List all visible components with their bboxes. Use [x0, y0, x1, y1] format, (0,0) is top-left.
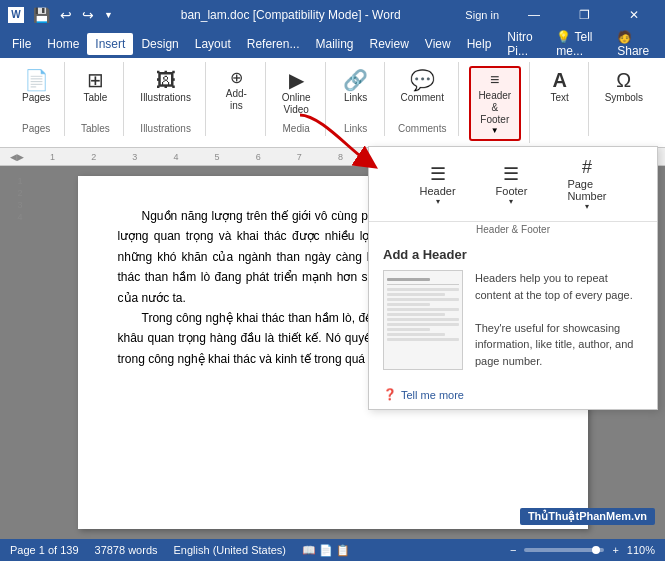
- links-button[interactable]: 🔗 Links: [336, 66, 376, 108]
- menu-file[interactable]: File: [4, 33, 39, 55]
- watermark: ThủThuậtPhanMem.vn: [520, 508, 655, 525]
- dropdown-header-row: ☰ Header ▾ ☰ Footer ▾ # PageNumber ▾: [369, 147, 657, 222]
- header-footer-arrow: ▼: [491, 126, 499, 135]
- comment-icon: 💬: [410, 70, 435, 90]
- language: English (United States): [174, 544, 287, 556]
- word-count: 37878 words: [95, 544, 158, 556]
- header-footer-icon: ≡: [490, 72, 499, 88]
- menu-bar: File Home Insert Design Layout Referen..…: [0, 30, 665, 58]
- menu-insert[interactable]: Insert: [87, 33, 133, 55]
- footer-dropdown-button[interactable]: ☰ Footer ▾: [486, 159, 538, 210]
- pages-button[interactable]: 📄 Pages: [16, 66, 56, 108]
- video-icon: ▶: [289, 70, 304, 90]
- comments-group-label: Comments: [398, 123, 446, 136]
- page-info: Page 1 of 139: [10, 544, 79, 556]
- addins-icon: ⊕: [230, 70, 243, 86]
- ribbon-group-symbols: Ω Symbols: [591, 62, 657, 136]
- quick-access-dropdown[interactable]: ▼: [101, 8, 116, 22]
- ribbon-group-tables: ⊞ Table Tables: [67, 62, 124, 136]
- menu-share[interactable]: 🧑 Share: [609, 26, 661, 62]
- text-icon: A: [552, 70, 566, 90]
- addins-button[interactable]: ⊕ Add-ins: [216, 66, 257, 116]
- links-group-label: Links: [344, 123, 367, 136]
- illustrations-group-label: Illustrations: [140, 123, 191, 136]
- save-button[interactable]: 💾: [30, 5, 53, 25]
- title-bar-left: W 💾 ↩ ↪ ▼: [8, 5, 116, 25]
- pages-group-label: Pages: [22, 123, 50, 136]
- text-button[interactable]: A Text: [540, 66, 580, 108]
- media-group-label: Media: [283, 123, 310, 136]
- menu-design[interactable]: Design: [133, 33, 186, 55]
- pages-icon: 📄: [24, 70, 49, 90]
- table-icon: ⊞: [87, 70, 104, 90]
- tables-group-label: Tables: [81, 123, 110, 136]
- header-footer-dropdown: ☰ Header ▾ ☰ Footer ▾ # PageNumber ▾ Hea…: [368, 146, 658, 410]
- menu-nitro[interactable]: Nitro Pi...: [499, 26, 550, 62]
- redo-button[interactable]: ↪: [79, 5, 97, 25]
- menu-references[interactable]: Referen...: [239, 33, 308, 55]
- footer-icon: ☰: [503, 163, 519, 185]
- illustrations-button[interactable]: 🖼 Illustrations: [134, 66, 197, 108]
- question-icon: ❓: [383, 388, 397, 401]
- status-left: Page 1 of 139 37878 words English (Unite…: [10, 544, 350, 557]
- menu-view[interactable]: View: [417, 33, 459, 55]
- zoom-in-button[interactable]: +: [612, 544, 618, 556]
- add-header-content: Headers help you to repeat content at th…: [383, 270, 643, 370]
- zoom-out-button[interactable]: −: [510, 544, 516, 556]
- ribbon-group-links: 🔗 Links Links: [328, 62, 385, 136]
- ribbon-group-illustrations: 🖼 Illustrations Illustrations: [126, 62, 206, 136]
- status-right: − + 110%: [510, 544, 655, 556]
- ribbon-group-addins: ⊕ Add-ins: [208, 62, 266, 136]
- view-icons: 📖 📄 📋: [302, 544, 350, 557]
- table-button[interactable]: ⊞ Table: [75, 66, 115, 108]
- ribbon-group-comments: 💬 Comment Comments: [387, 62, 459, 136]
- ribbon-group-text: A Text: [532, 62, 589, 136]
- quick-access-toolbar: 💾 ↩ ↪ ▼: [30, 5, 116, 25]
- ribbon-group-pages: 📄 Pages Pages: [8, 62, 65, 136]
- online-video-button[interactable]: ▶ OnlineVideo: [276, 66, 317, 120]
- document-title: ban_lam.doc [Compatibility Mode] - Word: [116, 8, 465, 22]
- menu-mailings[interactable]: Mailing: [307, 33, 361, 55]
- sign-in-button[interactable]: Sign in: [465, 9, 499, 21]
- hf-section-label: Header & Footer: [369, 222, 657, 237]
- word-icon: W: [8, 7, 24, 23]
- page-number-icon: #: [582, 157, 592, 178]
- header-footer-button[interactable]: ≡ Header &Footer ▼: [469, 66, 521, 141]
- symbols-button[interactable]: Ω Symbols: [599, 66, 649, 108]
- links-icon: 🔗: [343, 70, 368, 90]
- add-header-title: Add a Header: [383, 247, 643, 262]
- illustrations-icon: 🖼: [156, 70, 176, 90]
- zoom-level: 110%: [627, 544, 655, 556]
- ribbon: 📄 Pages Pages ⊞ Table Tables: [0, 58, 665, 148]
- status-bar: Page 1 of 139 37878 words English (Unite…: [0, 539, 665, 561]
- ribbon-group-header-footer: ≡ Header &Footer ▼: [461, 62, 530, 143]
- zoom-slider[interactable]: [524, 548, 604, 552]
- comment-button[interactable]: 💬 Comment: [395, 66, 450, 108]
- add-header-section: Add a Header: [369, 237, 657, 380]
- tell-me-more-link[interactable]: ❓ Tell me more: [369, 380, 657, 409]
- header-preview: [383, 270, 463, 370]
- ruler-left-margin: ◀▶: [10, 152, 24, 162]
- zoom-thumb: [592, 546, 600, 554]
- menu-home[interactable]: Home: [39, 33, 87, 55]
- vertical-ruler: 1234: [10, 176, 30, 222]
- tell-me-input[interactable]: 💡 Tell me...: [550, 30, 609, 58]
- undo-button[interactable]: ↩: [57, 5, 75, 25]
- menu-help[interactable]: Help: [459, 33, 500, 55]
- menu-layout[interactable]: Layout: [187, 33, 239, 55]
- title-bar: W 💾 ↩ ↪ ▼ ban_lam.doc [Compatibility Mod…: [0, 0, 665, 30]
- header-icon: ☰: [430, 163, 446, 185]
- page-number-dropdown-button[interactable]: # PageNumber ▾: [557, 153, 616, 215]
- symbols-icon: Ω: [616, 70, 631, 90]
- header-description: Headers help you to repeat content at th…: [475, 270, 643, 370]
- header-dropdown-button[interactable]: ☰ Header ▾: [410, 159, 466, 210]
- menu-review[interactable]: Review: [361, 33, 416, 55]
- ribbon-group-media: ▶ OnlineVideo Media: [268, 62, 326, 136]
- restore-button[interactable]: ❐: [561, 0, 607, 30]
